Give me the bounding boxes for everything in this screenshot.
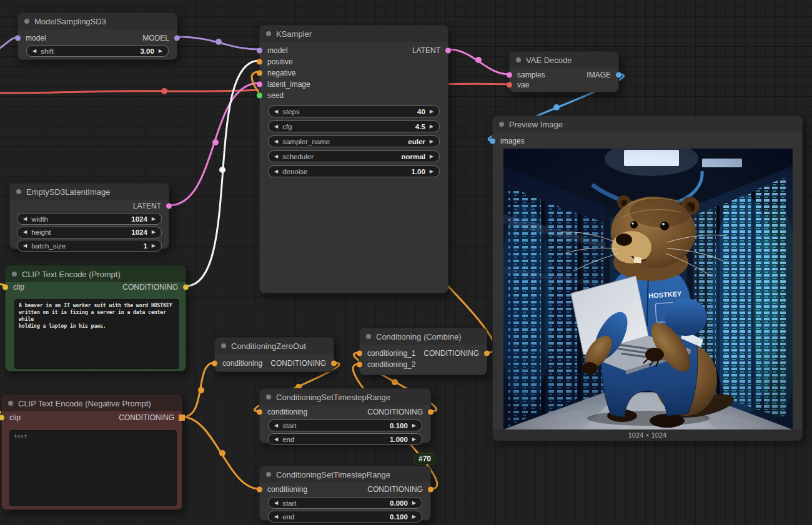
- widget-end[interactable]: ◀ end 0.100 ▶: [268, 511, 422, 523]
- node-modelsamplingsd3[interactable]: ModelSamplingSD3 model MODEL ◀ shift 3.0…: [17, 12, 177, 60]
- increment-arrow-icon[interactable]: ▶: [430, 139, 433, 144]
- input-port-conditioning-2[interactable]: [357, 362, 362, 368]
- decrement-arrow-icon[interactable]: ◀: [274, 139, 278, 144]
- decrement-arrow-icon[interactable]: ◀: [274, 423, 278, 428]
- widget-steps[interactable]: ◀ steps 40 ▶: [268, 105, 440, 117]
- node-clip-text-encode-prompt[interactable]: CLIP Text Encode (Prompt) clip CONDITION…: [5, 265, 186, 371]
- widget-start[interactable]: ◀ start 0.100 ▶: [268, 420, 422, 431]
- node-conditioningsettimesteprange-a[interactable]: ConditioningSetTimestepRange conditionin…: [259, 388, 431, 443]
- negative-prompt-textarea[interactable]: text: [9, 430, 177, 506]
- decrement-arrow-icon[interactable]: ◀: [274, 124, 278, 129]
- output-port-image[interactable]: [616, 72, 621, 78]
- node-title-bar[interactable]: CLIP Text Encode (Prompt): [6, 266, 186, 282]
- widget-height[interactable]: ◀ height 1024 ▶: [17, 227, 162, 238]
- input-port-latent-image[interactable]: [257, 82, 262, 87]
- widget-denoise[interactable]: ◀ denoise 1.00 ▶: [268, 165, 440, 177]
- collapse-dot-icon[interactable]: [12, 272, 17, 277]
- collapse-dot-icon[interactable]: [16, 189, 21, 194]
- decrement-arrow-icon[interactable]: ◀: [274, 109, 278, 114]
- decrement-arrow-icon[interactable]: ◀: [274, 501, 278, 506]
- node-title-bar[interactable]: ModelSamplingSD3: [18, 13, 177, 29]
- node-ksampler[interactable]: KSampler model LATENT positive negative …: [259, 25, 448, 293]
- node-title-bar[interactable]: Preview Image: [493, 116, 802, 132]
- node-preview-image[interactable]: Preview Image images: [492, 115, 803, 440]
- decrement-arrow-icon[interactable]: ◀: [23, 217, 27, 222]
- collapse-dot-icon[interactable]: [24, 19, 29, 24]
- decrement-arrow-icon[interactable]: ◀: [274, 437, 278, 442]
- widget-shift[interactable]: ◀ shift 3.00 ▶: [26, 45, 169, 57]
- node-clip-text-encode-negative-prompt[interactable]: CLIP Text Encode (Negative Prompt) clip …: [1, 395, 182, 510]
- output-port-conditioning[interactable]: [179, 415, 185, 421]
- collapse-dot-icon[interactable]: [266, 395, 271, 400]
- node-title-bar[interactable]: ConditioningSetTimestepRange: [260, 466, 430, 483]
- node-conditioningsettimesteprange-b[interactable]: ConditioningSetTimestepRange conditionin…: [259, 466, 431, 521]
- output-port-conditioning[interactable]: [183, 285, 189, 290]
- decrement-arrow-icon[interactable]: ◀: [23, 243, 27, 248]
- input-port-conditioning[interactable]: [212, 361, 217, 366]
- collapse-dot-icon[interactable]: [266, 472, 271, 477]
- node-title-bar[interactable]: ConditioningSetTimestepRange: [260, 389, 430, 405]
- prompt-textarea[interactable]: A beaver in an IT worker suit with the w…: [14, 299, 179, 369]
- collapse-dot-icon[interactable]: [266, 31, 271, 36]
- output-port-latent[interactable]: [166, 204, 172, 209]
- increment-arrow-icon[interactable]: ▶: [412, 437, 416, 442]
- increment-arrow-icon[interactable]: ▶: [430, 109, 433, 114]
- increment-arrow-icon[interactable]: ▶: [412, 423, 416, 428]
- input-port-vae[interactable]: [507, 82, 512, 88]
- increment-arrow-icon[interactable]: ▶: [159, 49, 162, 54]
- node-title-bar[interactable]: Conditioning (Combine): [360, 328, 487, 345]
- collapse-dot-icon[interactable]: [8, 401, 13, 406]
- node-conditioning-combine[interactable]: Conditioning (Combine) conditioning_1 CO…: [359, 328, 487, 375]
- decrement-arrow-icon[interactable]: ◀: [274, 169, 278, 174]
- node-title-bar[interactable]: KSampler: [260, 26, 448, 42]
- node-title-bar[interactable]: ConditioningZeroOut: [215, 338, 334, 354]
- node-conditioningzeroout[interactable]: ConditioningZeroOut conditioning CONDITI…: [214, 337, 334, 372]
- decrement-arrow-icon[interactable]: ◀: [274, 514, 278, 519]
- output-port-model[interactable]: [174, 36, 180, 41]
- output-port-latent[interactable]: [445, 48, 451, 54]
- node-vae-decode[interactable]: VAE Decode samples IMAGE vae: [509, 51, 619, 92]
- preview-image-canvas[interactable]: HOSTKEY: [503, 149, 793, 429]
- output-port-conditioning[interactable]: [428, 487, 433, 493]
- widget-start[interactable]: ◀ start 0.000 ▶: [268, 497, 422, 509]
- input-port-seed[interactable]: [257, 93, 262, 99]
- node-title-bar[interactable]: VAE Decode: [510, 52, 618, 68]
- input-port-negative[interactable]: [257, 71, 262, 76]
- graph-canvas[interactable]: { "badge": {"label": "#70"}, "colors": {…: [0, 0, 812, 525]
- widget-end[interactable]: ◀ end 1.000 ▶: [268, 433, 422, 445]
- node-emptysd3latentimage[interactable]: EmptySD3LatentImage LATENT ◀ width 1024 …: [9, 183, 169, 249]
- input-port-positive[interactable]: [257, 59, 262, 65]
- output-port-conditioning[interactable]: [484, 351, 490, 356]
- input-port-clip[interactable]: [2, 285, 8, 290]
- input-port-clip[interactable]: [0, 415, 4, 421]
- input-port-conditioning[interactable]: [257, 487, 262, 493]
- widget-sampler-name[interactable]: ◀ sampler_name euler ▶: [268, 135, 440, 147]
- widget-batch-size[interactable]: ◀ batch_size 1 ▶: [17, 240, 162, 252]
- increment-arrow-icon[interactable]: ▶: [152, 230, 156, 235]
- node-title-bar[interactable]: CLIP Text Encode (Negative Prompt): [2, 395, 182, 411]
- increment-arrow-icon[interactable]: ▶: [412, 501, 416, 506]
- decrement-arrow-icon[interactable]: ◀: [23, 230, 27, 235]
- increment-arrow-icon[interactable]: ▶: [430, 124, 433, 129]
- wire-positive-to-ksampler[interactable]: [186, 61, 259, 286]
- output-port-conditioning[interactable]: [428, 410, 433, 415]
- input-port-model[interactable]: [257, 48, 262, 54]
- widget-width[interactable]: ◀ width 1024 ▶: [17, 213, 162, 225]
- input-port-samples[interactable]: [507, 72, 512, 78]
- widget-scheduler[interactable]: ◀ scheduler normal ▶: [268, 150, 440, 162]
- widget-cfg[interactable]: ◀ cfg 4.5 ▶: [268, 120, 440, 132]
- node-title-bar[interactable]: EmptySD3LatentImage: [10, 184, 169, 200]
- input-port-conditioning[interactable]: [257, 410, 262, 415]
- input-port-images[interactable]: [490, 139, 495, 144]
- collapse-dot-icon[interactable]: [366, 334, 371, 339]
- collapse-dot-icon[interactable]: [221, 343, 226, 348]
- decrement-arrow-icon[interactable]: ◀: [32, 49, 36, 54]
- input-port-conditioning-1[interactable]: [357, 351, 362, 356]
- increment-arrow-icon[interactable]: ▶: [152, 217, 156, 222]
- input-port-model[interactable]: [15, 36, 21, 41]
- collapse-dot-icon[interactable]: [499, 122, 504, 127]
- increment-arrow-icon[interactable]: ▶: [430, 154, 433, 159]
- collapse-dot-icon[interactable]: [516, 57, 521, 62]
- increment-arrow-icon[interactable]: ▶: [412, 514, 416, 519]
- increment-arrow-icon[interactable]: ▶: [152, 243, 156, 248]
